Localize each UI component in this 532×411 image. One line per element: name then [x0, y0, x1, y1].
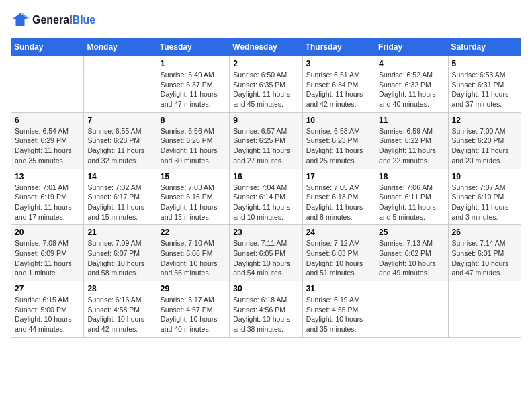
day-number: 6	[15, 116, 80, 125]
calendar-cell: 14Sunrise: 7:02 AM Sunset: 6:17 PM Dayli…	[84, 169, 157, 225]
day-number: 9	[233, 116, 298, 125]
day-info: Sunrise: 7:14 AM Sunset: 6:01 PM Dayligh…	[452, 238, 517, 278]
day-info: Sunrise: 7:03 AM Sunset: 6:16 PM Dayligh…	[161, 183, 226, 222]
calendar-header-wednesday: Wednesday	[230, 38, 302, 56]
calendar-cell: 7Sunrise: 6:55 AM Sunset: 6:28 PM Daylig…	[84, 112, 157, 169]
day-number: 17	[306, 172, 371, 181]
calendar-cell: 21Sunrise: 7:09 AM Sunset: 6:07 PM Dayli…	[84, 225, 157, 281]
calendar-cell: 28Sunrise: 6:16 AM Sunset: 4:58 PM Dayli…	[84, 281, 157, 338]
calendar-cell: 6Sunrise: 6:54 AM Sunset: 6:29 PM Daylig…	[11, 112, 84, 169]
calendar-cell: 17Sunrise: 7:05 AM Sunset: 6:13 PM Dayli…	[302, 169, 375, 225]
day-number: 10	[306, 116, 371, 125]
calendar-body: 1Sunrise: 6:49 AM Sunset: 6:37 PM Daylig…	[11, 56, 521, 338]
calendar-cell: 29Sunrise: 6:17 AM Sunset: 4:57 PM Dayli…	[157, 281, 229, 338]
day-number: 30	[233, 284, 298, 293]
day-info: Sunrise: 7:01 AM Sunset: 6:19 PM Dayligh…	[15, 183, 80, 222]
logo-text: GeneralBlue	[32, 14, 95, 26]
day-number: 28	[87, 284, 152, 293]
day-info: Sunrise: 7:00 AM Sunset: 6:20 PM Dayligh…	[452, 126, 517, 166]
day-number: 3	[306, 59, 371, 68]
day-info: Sunrise: 7:13 AM Sunset: 6:02 PM Dayligh…	[379, 238, 444, 278]
calendar-cell: 22Sunrise: 7:10 AM Sunset: 6:06 PM Dayli…	[157, 225, 229, 281]
day-number: 23	[233, 228, 298, 237]
day-info: Sunrise: 6:50 AM Sunset: 6:35 PM Dayligh…	[233, 70, 298, 109]
calendar-week-4: 20Sunrise: 7:08 AM Sunset: 6:09 PM Dayli…	[11, 225, 521, 281]
day-number: 29	[161, 284, 226, 293]
day-info: Sunrise: 7:12 AM Sunset: 6:03 PM Dayligh…	[306, 238, 371, 278]
calendar-cell: 20Sunrise: 7:08 AM Sunset: 6:09 PM Dayli…	[11, 225, 84, 281]
calendar-cell: 12Sunrise: 7:00 AM Sunset: 6:20 PM Dayli…	[448, 112, 521, 169]
day-number: 25	[379, 228, 444, 237]
day-number: 12	[452, 116, 517, 125]
day-number: 7	[87, 116, 152, 125]
calendar-cell: 3Sunrise: 6:51 AM Sunset: 6:34 PM Daylig…	[302, 56, 375, 113]
calendar-cell: 11Sunrise: 6:59 AM Sunset: 6:22 PM Dayli…	[375, 112, 448, 169]
calendar-cell: 8Sunrise: 6:56 AM Sunset: 6:26 PM Daylig…	[157, 112, 229, 169]
day-info: Sunrise: 7:04 AM Sunset: 6:14 PM Dayligh…	[233, 183, 298, 222]
day-number: 4	[379, 59, 444, 68]
day-info: Sunrise: 7:05 AM Sunset: 6:13 PM Dayligh…	[306, 183, 371, 222]
day-info: Sunrise: 7:09 AM Sunset: 6:07 PM Dayligh…	[87, 238, 152, 278]
logo: GeneralBlue	[11, 11, 95, 30]
day-info: Sunrise: 7:08 AM Sunset: 6:09 PM Dayligh…	[15, 238, 80, 278]
calendar-cell: 2Sunrise: 6:50 AM Sunset: 6:35 PM Daylig…	[230, 56, 302, 113]
day-number: 18	[379, 172, 444, 181]
day-number: 2	[233, 59, 298, 68]
calendar-cell: 18Sunrise: 7:06 AM Sunset: 6:11 PM Dayli…	[375, 169, 448, 225]
calendar-table: SundayMondayTuesdayWednesdayThursdayFrid…	[11, 38, 521, 338]
day-info: Sunrise: 6:53 AM Sunset: 6:31 PM Dayligh…	[452, 70, 517, 109]
day-info: Sunrise: 6:18 AM Sunset: 4:56 PM Dayligh…	[233, 295, 298, 334]
calendar-header-monday: Monday	[84, 38, 157, 56]
calendar-header-saturday: Saturday	[448, 38, 521, 56]
day-number: 21	[87, 228, 152, 237]
calendar-header-sunday: Sunday	[11, 38, 84, 56]
day-info: Sunrise: 6:54 AM Sunset: 6:29 PM Dayligh…	[15, 126, 80, 166]
calendar-header-tuesday: Tuesday	[157, 38, 229, 56]
calendar-cell: 25Sunrise: 7:13 AM Sunset: 6:02 PM Dayli…	[375, 225, 448, 281]
calendar-cell	[448, 281, 521, 338]
day-info: Sunrise: 6:19 AM Sunset: 4:55 PM Dayligh…	[306, 295, 371, 334]
day-number: 1	[161, 59, 226, 68]
calendar-cell: 23Sunrise: 7:11 AM Sunset: 6:05 PM Dayli…	[230, 225, 302, 281]
day-info: Sunrise: 7:11 AM Sunset: 6:05 PM Dayligh…	[233, 238, 298, 278]
day-info: Sunrise: 6:56 AM Sunset: 6:26 PM Dayligh…	[161, 126, 226, 166]
calendar-cell: 5Sunrise: 6:53 AM Sunset: 6:31 PM Daylig…	[448, 56, 521, 113]
day-number: 15	[161, 172, 226, 181]
day-number: 20	[15, 228, 80, 237]
calendar-week-2: 6Sunrise: 6:54 AM Sunset: 6:29 PM Daylig…	[11, 112, 521, 169]
day-number: 13	[15, 172, 80, 181]
day-info: Sunrise: 7:02 AM Sunset: 6:17 PM Dayligh…	[87, 183, 152, 222]
calendar-cell: 19Sunrise: 7:07 AM Sunset: 6:10 PM Dayli…	[448, 169, 521, 225]
day-info: Sunrise: 7:07 AM Sunset: 6:10 PM Dayligh…	[452, 183, 517, 222]
calendar-header-thursday: Thursday	[302, 38, 375, 56]
day-info: Sunrise: 6:15 AM Sunset: 5:00 PM Dayligh…	[15, 295, 80, 334]
calendar-cell: 26Sunrise: 7:14 AM Sunset: 6:01 PM Dayli…	[448, 225, 521, 281]
day-info: Sunrise: 6:16 AM Sunset: 4:58 PM Dayligh…	[87, 295, 152, 334]
calendar-header-row: SundayMondayTuesdayWednesdayThursdayFrid…	[11, 38, 521, 56]
calendar-cell	[11, 56, 84, 113]
day-info: Sunrise: 6:17 AM Sunset: 4:57 PM Dayligh…	[161, 295, 226, 334]
day-info: Sunrise: 6:57 AM Sunset: 6:25 PM Dayligh…	[233, 126, 298, 166]
day-info: Sunrise: 6:59 AM Sunset: 6:22 PM Dayligh…	[379, 126, 444, 166]
calendar-week-1: 1Sunrise: 6:49 AM Sunset: 6:37 PM Daylig…	[11, 56, 521, 113]
day-number: 26	[452, 228, 517, 237]
day-info: Sunrise: 6:52 AM Sunset: 6:32 PM Dayligh…	[379, 70, 444, 109]
calendar-cell: 4Sunrise: 6:52 AM Sunset: 6:32 PM Daylig…	[375, 56, 448, 113]
calendar-cell: 31Sunrise: 6:19 AM Sunset: 4:55 PM Dayli…	[302, 281, 375, 338]
calendar-cell: 30Sunrise: 6:18 AM Sunset: 4:56 PM Dayli…	[230, 281, 302, 338]
day-number: 8	[161, 116, 226, 125]
day-info: Sunrise: 6:51 AM Sunset: 6:34 PM Dayligh…	[306, 70, 371, 109]
calendar-cell: 16Sunrise: 7:04 AM Sunset: 6:14 PM Dayli…	[230, 169, 302, 225]
day-info: Sunrise: 6:55 AM Sunset: 6:28 PM Dayligh…	[87, 126, 152, 166]
day-info: Sunrise: 6:49 AM Sunset: 6:37 PM Dayligh…	[161, 70, 226, 109]
day-number: 27	[15, 284, 80, 293]
calendar-cell: 24Sunrise: 7:12 AM Sunset: 6:03 PM Dayli…	[302, 225, 375, 281]
day-info: Sunrise: 7:10 AM Sunset: 6:06 PM Dayligh…	[161, 238, 226, 278]
day-number: 31	[306, 284, 371, 293]
day-number: 16	[233, 172, 298, 181]
calendar-cell: 13Sunrise: 7:01 AM Sunset: 6:19 PM Dayli…	[11, 169, 84, 225]
calendar-cell: 15Sunrise: 7:03 AM Sunset: 6:16 PM Dayli…	[157, 169, 229, 225]
calendar-cell	[375, 281, 448, 338]
calendar-cell: 10Sunrise: 6:58 AM Sunset: 6:23 PM Dayli…	[302, 112, 375, 169]
calendar-week-3: 13Sunrise: 7:01 AM Sunset: 6:19 PM Dayli…	[11, 169, 521, 225]
